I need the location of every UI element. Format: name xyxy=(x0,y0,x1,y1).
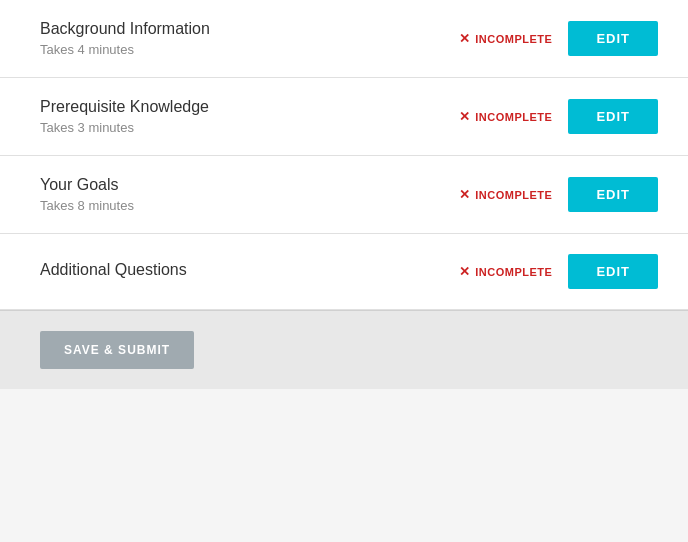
section-title-your-goals: Your Goals xyxy=(40,176,459,194)
section-duration-background-information: Takes 4 minutes xyxy=(40,42,459,57)
section-title-prerequisite-knowledge: Prerequisite Knowledge xyxy=(40,98,459,116)
section-duration-prerequisite-knowledge: Takes 3 minutes xyxy=(40,120,459,135)
edit-button-your-goals[interactable]: EDIT xyxy=(568,177,658,212)
status-badge-additional-questions: ✕INCOMPLETE xyxy=(459,264,553,279)
section-item-background-information: Background InformationTakes 4 minutes✕IN… xyxy=(0,0,688,78)
section-info-background-information: Background InformationTakes 4 minutes xyxy=(40,20,459,57)
section-title-background-information: Background Information xyxy=(40,20,459,38)
edit-button-additional-questions[interactable]: EDIT xyxy=(568,254,658,289)
status-badge-prerequisite-knowledge: ✕INCOMPLETE xyxy=(459,109,553,124)
edit-button-background-information[interactable]: EDIT xyxy=(568,21,658,56)
section-duration-your-goals: Takes 8 minutes xyxy=(40,198,459,213)
x-icon: ✕ xyxy=(459,31,471,46)
status-badge-your-goals: ✕INCOMPLETE xyxy=(459,187,553,202)
section-item-additional-questions: Additional Questions✕INCOMPLETEEDIT xyxy=(0,234,688,310)
edit-button-prerequisite-knowledge[interactable]: EDIT xyxy=(568,99,658,134)
footer: SAVE & SUBMIT xyxy=(0,310,688,389)
section-info-your-goals: Your GoalsTakes 8 minutes xyxy=(40,176,459,213)
status-text: INCOMPLETE xyxy=(475,189,552,201)
section-item-prerequisite-knowledge: Prerequisite KnowledgeTakes 3 minutes✕IN… xyxy=(0,78,688,156)
x-icon: ✕ xyxy=(459,187,471,202)
section-actions-background-information: ✕INCOMPLETEEDIT xyxy=(459,21,658,56)
section-actions-your-goals: ✕INCOMPLETEEDIT xyxy=(459,177,658,212)
x-icon: ✕ xyxy=(459,264,471,279)
save-submit-button[interactable]: SAVE & SUBMIT xyxy=(40,331,194,369)
status-text: INCOMPLETE xyxy=(475,266,552,278)
section-actions-additional-questions: ✕INCOMPLETEEDIT xyxy=(459,254,658,289)
section-info-prerequisite-knowledge: Prerequisite KnowledgeTakes 3 minutes xyxy=(40,98,459,135)
x-icon: ✕ xyxy=(459,109,471,124)
status-text: INCOMPLETE xyxy=(475,111,552,123)
status-text: INCOMPLETE xyxy=(475,33,552,45)
main-content: Background InformationTakes 4 minutes✕IN… xyxy=(0,0,688,310)
section-title-additional-questions: Additional Questions xyxy=(40,261,459,279)
section-item-your-goals: Your GoalsTakes 8 minutes✕INCOMPLETEEDIT xyxy=(0,156,688,234)
status-badge-background-information: ✕INCOMPLETE xyxy=(459,31,553,46)
section-info-additional-questions: Additional Questions xyxy=(40,261,459,283)
section-actions-prerequisite-knowledge: ✕INCOMPLETEEDIT xyxy=(459,99,658,134)
